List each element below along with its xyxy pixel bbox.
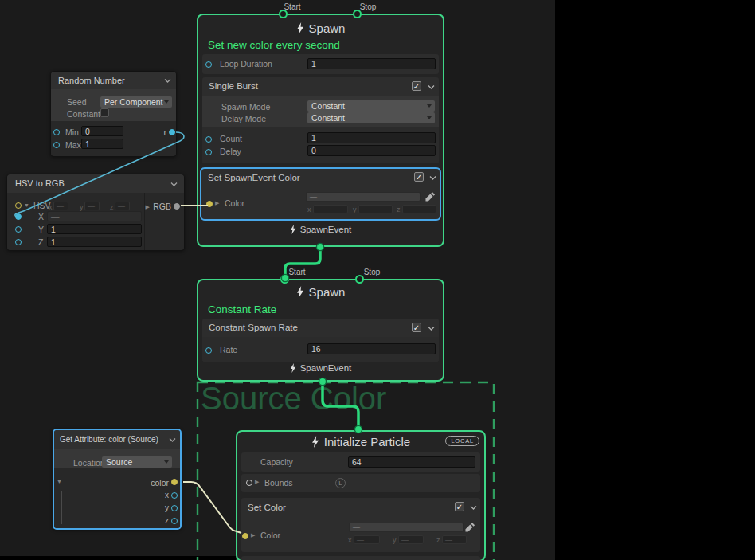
block-set-color[interactable]: Set Color ✓ ▶ Color — x — y — z —	[241, 498, 480, 552]
spawnevent-color-x-field[interactable]: —	[313, 205, 348, 213]
spawnevent-color-z-field[interactable]: —	[402, 205, 436, 213]
rate-input[interactable]: 16	[307, 343, 436, 354]
hsv-z-input[interactable]: 1	[47, 237, 142, 247]
delay-input[interactable]: 0	[307, 145, 436, 156]
block-constant-spawn-rate[interactable]: Constant Spawn Rate ✓ Rate 16	[202, 319, 439, 362]
hsv-input-port[interactable]	[15, 202, 22, 209]
node-initialize-particle[interactable]: Initialize Particle LOCAL Capacity 64 ▶ …	[236, 430, 486, 560]
set-color-label: Color	[260, 531, 280, 540]
loop-duration-port[interactable]	[205, 61, 212, 68]
expand-triangle-icon[interactable]: ▶	[251, 532, 255, 538]
location-label: Location	[73, 458, 105, 468]
seed-dropdown[interactable]: Per Component	[100, 96, 172, 108]
chevron-down-icon[interactable]	[429, 175, 436, 180]
single-burst-checkbox[interactable]: ✓	[412, 81, 421, 91]
hsv-y-port[interactable]	[15, 226, 22, 233]
hsv-y-input[interactable]: 1	[47, 224, 142, 234]
spawn2-stop-port[interactable]	[355, 275, 364, 284]
hsv-x-input[interactable]: —	[47, 211, 142, 221]
spawn-mode-dropdown[interactable]: Constant	[307, 100, 435, 112]
count-port[interactable]	[205, 136, 212, 143]
chevron-down-icon[interactable]	[164, 78, 171, 83]
lightning-icon	[296, 286, 304, 298]
hsv-y-field[interactable]: —	[84, 202, 100, 210]
delay-port[interactable]	[205, 149, 212, 155]
spawnevent-color-port[interactable]	[206, 201, 213, 207]
expand-triangle-icon[interactable]: ▶	[215, 200, 219, 206]
block-single-burst[interactable]: Single Burst ✓ Spawn Mode Constant Delay…	[202, 77, 439, 163]
get-attribute-title: Get Attribute: color (Source)	[60, 435, 158, 444]
loop-duration-input[interactable]: 1	[307, 58, 436, 69]
chevron-down-icon[interactable]	[428, 84, 435, 89]
set-color-y-field[interactable]: —	[398, 535, 424, 544]
chevron-down-icon[interactable]	[169, 437, 176, 442]
edge-getattribute-to-setcolor[interactable]	[183, 482, 241, 533]
block-set-spawnevent-color[interactable]: Set SpawnEvent Color ✓ ▶ Color — x — y —…	[200, 167, 441, 221]
spawn1-stop-port[interactable]	[353, 10, 362, 18]
node-spawn-2[interactable]: Start Stop Spawn Constant Rate Constant …	[197, 279, 444, 382]
bounds-row[interactable]: ▶ Bounds L	[241, 474, 480, 492]
hsv-z-field[interactable]: —	[115, 202, 130, 210]
max-label: Max	[65, 140, 81, 150]
constant-checkbox[interactable]	[100, 108, 109, 117]
node-get-attribute[interactable]: Get Attribute: color (Source) Location S…	[53, 429, 182, 530]
set-spawnevent-color-checkbox[interactable]: ✓	[414, 172, 424, 182]
max-input[interactable]: 1	[81, 139, 123, 149]
constant-spawn-rate-checkbox[interactable]: ✓	[412, 323, 421, 332]
node-random-number[interactable]: Random Number Seed Per Component Constan…	[50, 71, 177, 157]
node-hsv-to-rgb[interactable]: HSV to RGB ▼ HSV x — y — z — X — Y 1 Z 1…	[6, 174, 185, 251]
hsv-x-port[interactable]	[15, 213, 22, 220]
expand-triangle-icon[interactable]: ▶	[146, 204, 150, 210]
z-axis-label: z	[397, 206, 401, 213]
location-dropdown[interactable]: Source	[102, 456, 172, 468]
eyedropper-icon[interactable]	[465, 522, 475, 532]
bounds-port[interactable]	[246, 480, 252, 486]
lightning-icon	[296, 22, 304, 34]
x-output-port[interactable]	[171, 492, 178, 499]
lightning-icon	[290, 363, 296, 373]
max-port[interactable]	[53, 142, 60, 148]
spawnevent-color-y-field[interactable]: —	[358, 205, 393, 213]
loop-duration-row[interactable]: Loop Duration 1	[202, 54, 439, 74]
z-output-label: z	[165, 516, 169, 525]
hsv-z-port[interactable]	[15, 239, 22, 245]
group-title[interactable]: Source Color	[201, 381, 386, 417]
set-color-port[interactable]	[242, 533, 248, 539]
count-input[interactable]: 1	[307, 132, 436, 143]
spawn2-subtitle[interactable]: Constant Rate	[208, 303, 276, 315]
random-output-port[interactable]	[169, 129, 175, 135]
spawnevent-color-gradient-field[interactable]: —	[306, 192, 421, 202]
spawn1-start-port[interactable]	[279, 10, 288, 18]
z-output-port[interactable]	[171, 518, 178, 524]
eyedropper-icon[interactable]	[425, 191, 436, 202]
local-space-icon[interactable]: L	[335, 478, 346, 488]
capacity-row[interactable]: Capacity 64	[241, 452, 480, 472]
y-output-port[interactable]	[171, 505, 178, 511]
collapse-triangle-icon[interactable]: ▼	[57, 479, 62, 485]
expand-triangle-icon[interactable]: ▶	[255, 479, 259, 485]
spawn2-footer-label: SpawnEvent	[300, 363, 352, 373]
vfx-graph-canvas[interactable]: Source Color Start Stop Spawn Set new co…	[0, 0, 755, 560]
chevron-down-icon[interactable]	[470, 505, 477, 510]
chevron-down-icon[interactable]	[428, 326, 435, 331]
delay-mode-dropdown[interactable]: Constant	[307, 112, 435, 123]
color-output-port[interactable]	[171, 479, 178, 485]
min-port[interactable]	[53, 129, 60, 135]
capacity-input[interactable]: 64	[348, 456, 475, 468]
spawn1-subtitle[interactable]: Set new color every second	[208, 39, 340, 51]
set-color-z-field[interactable]: —	[442, 535, 467, 544]
chevron-down-icon[interactable]	[170, 182, 178, 186]
rate-label: Rate	[220, 345, 237, 354]
spawn2-start-port[interactable]	[280, 275, 289, 284]
node-spawn-1[interactable]: Start Stop Spawn Set new color every sec…	[197, 14, 444, 247]
rate-port[interactable]	[205, 347, 212, 354]
next-block-stub[interactable]	[241, 556, 480, 560]
set-color-x-field[interactable]: —	[354, 535, 380, 544]
set-color-checkbox[interactable]: ✓	[455, 502, 464, 511]
hsv-x-field[interactable]: —	[53, 202, 68, 210]
min-input[interactable]: 0	[81, 126, 123, 136]
set-color-gradient-field[interactable]: —	[349, 523, 464, 532]
collapse-triangle-icon[interactable]: ▼	[24, 202, 29, 209]
rgb-output-port[interactable]	[174, 203, 180, 210]
hsv-z-label: Z	[38, 237, 43, 247]
